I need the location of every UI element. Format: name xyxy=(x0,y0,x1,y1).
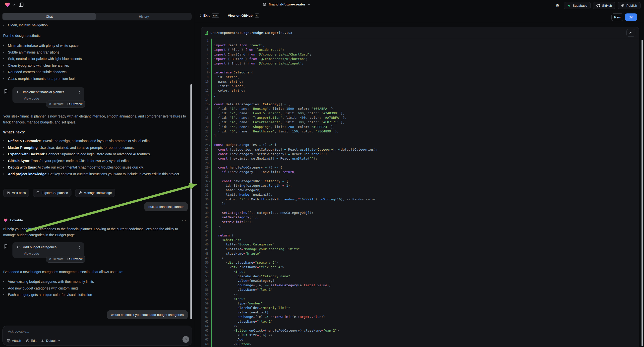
project-switcher[interactable]: financial-future-creator xyxy=(263,2,310,6)
collapse-file-button[interactable] xyxy=(626,29,635,36)
globe-icon xyxy=(263,2,266,6)
publish-button[interactable]: Publish xyxy=(618,2,640,9)
code-line: 58 <Input xyxy=(201,297,639,301)
file-card: src/components/budget/BudgetCategories.t… xyxy=(201,27,639,347)
code-line: 57 /> xyxy=(201,292,639,297)
chevron-down-icon[interactable] xyxy=(12,4,15,6)
code-line: 65 <Button onClick={handleAddCategory} c… xyxy=(201,328,639,333)
code-line: 32∨ const newCategoryObj: Category = { xyxy=(201,179,639,184)
code-line: 12 color: string; xyxy=(201,88,639,93)
settings-button[interactable]: ⚙ xyxy=(553,2,562,9)
whats-next-heading: What's next? xyxy=(3,130,25,134)
edit-button[interactable]: Edit xyxy=(26,339,36,342)
code-line: 50 <div className="space-y-6"> xyxy=(201,260,639,265)
fold-chevron-icon[interactable]: ∨ xyxy=(209,166,211,170)
code-scrollbar[interactable] xyxy=(642,40,643,346)
code-line: 16 { id: '1', name: 'Housing', limit: 15… xyxy=(201,106,639,111)
user-message: would be cool if you could add budget ca… xyxy=(107,310,188,319)
chat-history-tabs: Chat History xyxy=(2,13,192,20)
code-view-panel: Exit ESC View on GitHub G Raw Diff src/c… xyxy=(195,12,644,347)
lovable-heart-icon xyxy=(3,218,8,222)
external-link-icon xyxy=(67,102,70,106)
fold-chevron-icon[interactable]: ∨ xyxy=(209,143,211,147)
exit-button[interactable]: Exit ESC xyxy=(200,14,219,18)
manage-knowledge-button[interactable]: Manage knowledge xyxy=(75,189,116,197)
sliders-icon xyxy=(41,339,44,342)
tab-history[interactable]: History xyxy=(96,13,191,20)
version-card-title: Add budget categories xyxy=(23,245,56,249)
code-line: 28 xyxy=(201,161,639,165)
raw-toggle-button[interactable]: Raw xyxy=(612,14,623,21)
code-line: 67 Add xyxy=(201,337,639,342)
code-line: 63 className="flex-1" xyxy=(201,319,639,324)
chat-composer[interactable]: Ask Lovable... Attach Edit Default xyxy=(2,326,192,346)
external-link-icon xyxy=(7,191,10,194)
restore-icon: ↺ xyxy=(49,102,52,106)
sidebar-toggle-icon[interactable] xyxy=(18,2,24,8)
code-line: 1 xyxy=(201,38,639,43)
visit-docs-button[interactable]: Visit docs xyxy=(3,189,29,197)
fold-chevron-icon[interactable]: ∨ xyxy=(209,102,211,107)
code-line: 25 const [categories, setCategories] = R… xyxy=(201,147,639,152)
view-on-github-button[interactable]: View on GitHub G xyxy=(228,14,260,18)
version-card-title: Implement financial planner xyxy=(23,90,64,94)
code-line: 60 placeholder="Monthly limit" xyxy=(201,306,639,310)
preview-button[interactable]: Preview xyxy=(67,258,82,261)
preview-button[interactable]: Preview xyxy=(67,102,82,106)
ready-paragraph: Your sleek financial planner is now read… xyxy=(3,113,186,125)
tab-chat[interactable]: Chat xyxy=(2,13,96,20)
view-code-link[interactable]: View code xyxy=(24,252,39,256)
chevron-right-icon xyxy=(79,246,81,249)
file-card-header: src/components/budget/BudgetCategories.t… xyxy=(201,28,639,38)
project-title: financial-future-creator xyxy=(268,2,306,6)
code-editor[interactable]: 12import React from 'react';3import { Pl… xyxy=(201,38,639,347)
code-line: 2import React from 'react'; xyxy=(201,43,639,48)
code-line: 22]; xyxy=(201,134,639,138)
image-icon xyxy=(7,339,10,342)
fold-chevron-icon[interactable]: ∨ xyxy=(209,70,211,75)
list-item: Clean typography with clear hierarchies xyxy=(0,62,184,69)
list-item: Soft, neutral color palette with light b… xyxy=(0,56,184,62)
added-paragraph: I've added a new budget categories manag… xyxy=(3,269,188,275)
code-line: 21 { id: '6', name: 'Healthcare', limit:… xyxy=(201,129,639,134)
chat-scrollbar[interactable] xyxy=(190,84,192,319)
list-item: Expand with Backend: Connect Supabase to… xyxy=(0,151,188,158)
restore-preview-pill: ↺ Restore Preview xyxy=(46,100,86,108)
mode-select[interactable]: Default xyxy=(41,339,60,342)
list-item: Add new budget categories with custom li… xyxy=(0,285,184,292)
send-button[interactable] xyxy=(182,336,189,343)
code-line: 19 { id: '4', name: 'Entertainment', lim… xyxy=(201,120,639,124)
code-line: 45 <ChartCard xyxy=(201,238,639,242)
github-button[interactable]: GitHub xyxy=(593,2,615,9)
code-line: 18 { id: '3', name: 'Transportation', li… xyxy=(201,116,639,120)
diff-toggle-button[interactable]: Diff xyxy=(625,14,637,21)
list-item: Each category gets a unique color for vi… xyxy=(0,292,184,298)
bookmark-icon[interactable] xyxy=(4,244,8,249)
design-heading: For the design aesthetic: xyxy=(3,32,41,38)
code-line: 6import { Input } from '@/components/ui/… xyxy=(201,61,639,66)
lovable-logo-icon[interactable] xyxy=(4,2,10,8)
code-line: 35 limit: Number(newLimit), xyxy=(201,192,639,197)
list-item: Rounded corners and subtle shadows xyxy=(0,69,184,76)
gear-icon: ⚙ xyxy=(556,3,559,8)
code-line: 40 setNewCategory(''); xyxy=(201,215,639,220)
code-line: 53 placeholder="Category name" xyxy=(201,274,639,278)
external-link-icon xyxy=(67,258,70,260)
restore-button[interactable]: ↺ Restore xyxy=(49,102,64,106)
esc-key-chip: ESC xyxy=(212,14,220,18)
bookmark-icon[interactable] xyxy=(4,89,8,94)
fold-chevron-icon[interactable]: ∨ xyxy=(209,179,211,184)
attach-button[interactable]: Attach xyxy=(7,339,21,342)
view-code-link[interactable]: View code xyxy=(24,96,39,100)
more-options-icon[interactable]: ... xyxy=(182,218,186,222)
code-line: 13} xyxy=(201,93,639,97)
code-line: 37 }; xyxy=(201,202,639,206)
code-line: 34 name: newCategory, xyxy=(201,188,639,192)
restore-button[interactable]: ↺ Restore xyxy=(49,258,64,261)
supabase-button[interactable]: Supabase xyxy=(564,2,591,9)
restore-icon: ↺ xyxy=(49,258,52,261)
explore-supabase-button[interactable]: Explore Supabase xyxy=(33,189,72,197)
code-line: 59 type="number" xyxy=(201,301,639,306)
code-line: 7 xyxy=(201,66,639,70)
code-line: 27 const [newLimit, setNewLimit] = React… xyxy=(201,156,639,161)
